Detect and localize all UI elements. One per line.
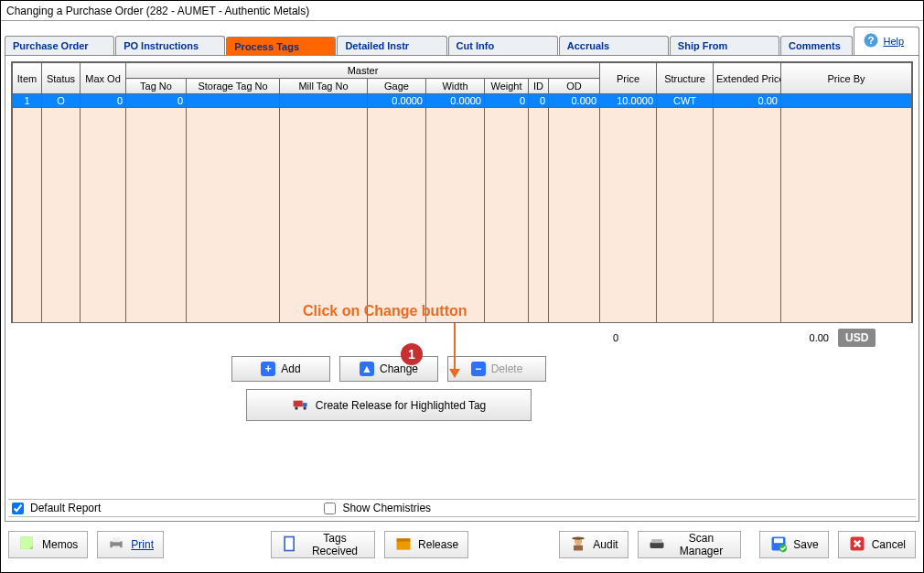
svg-rect-18 [651, 539, 662, 543]
window-title: Changing a Purchase Order (282 - AUMET -… [1, 1, 923, 21]
delete-label: Delete [491, 362, 523, 375]
help-icon: ? [862, 31, 880, 51]
cell-tagno: 0 [126, 94, 187, 108]
col-price[interactable]: Price [600, 63, 657, 94]
table-row[interactable]: 1 O 0 0 0.0000 0.0000 0 0 0.000 10.0000 … [13, 94, 912, 108]
tab-panel: Item Status Max Od Master Price Structur… [5, 55, 919, 522]
tags-received-button[interactable]: Tags Received [271, 531, 375, 558]
tab-ship-from[interactable]: Ship From [670, 36, 779, 55]
tab-detailed-instr[interactable]: Detailed Instr [337, 36, 446, 55]
release-button[interactable]: Release [384, 531, 468, 558]
detective-icon [569, 535, 587, 556]
cancel-button[interactable]: Cancel [838, 531, 916, 558]
truck-icon [292, 395, 310, 416]
cell-item: 1 [13, 94, 42, 108]
cancel-icon [848, 535, 866, 556]
col-maxod[interactable]: Max Od [81, 63, 126, 94]
svg-rect-3 [302, 403, 306, 406]
col-id[interactable]: ID [529, 79, 549, 94]
col-gage[interactable]: Gage [368, 79, 426, 94]
help-label: Help [883, 36, 904, 47]
release-button-row: Create Release for Highlighted Tag [0, 389, 913, 421]
scan-manager-button[interactable]: Scan Manager [638, 531, 742, 558]
scan-manager-label: Scan Manager [672, 532, 732, 557]
svg-rect-20 [774, 538, 783, 543]
add-button[interactable]: + Add [231, 356, 330, 382]
cell-width: 0.0000 [426, 94, 485, 108]
change-button[interactable]: ▲ Change [339, 356, 438, 382]
minus-icon: − [471, 362, 486, 376]
box-icon [394, 535, 413, 556]
show-chemistries-checkbox[interactable]: Show Chemistries [320, 500, 431, 517]
process-tags-grid[interactable]: Item Status Max Od Master Price Structur… [12, 62, 912, 323]
svg-rect-8 [113, 537, 120, 542]
note-icon [18, 535, 37, 556]
col-structure[interactable]: Structure [657, 63, 714, 94]
summary-ext-total: 0.00 [774, 332, 829, 343]
col-status[interactable]: Status [42, 63, 81, 94]
cell-id: 0 [529, 94, 549, 108]
audit-label: Audit [593, 538, 618, 551]
cell-priceby [781, 94, 912, 108]
col-millno[interactable]: Mill Tag No [280, 79, 368, 94]
cell-od: 0.000 [549, 94, 600, 108]
col-weight[interactable]: Weight [485, 79, 529, 94]
triangle-up-icon: ▲ [360, 362, 374, 376]
col-tagno[interactable]: Tag No [126, 79, 187, 94]
annotation-text: Click on Change button [303, 303, 467, 319]
save-icon [769, 535, 788, 556]
col-item[interactable]: Item [13, 63, 42, 94]
col-stgno[interactable]: Storage Tag No [187, 79, 280, 94]
audit-button[interactable]: Audit [559, 531, 628, 558]
tab-accruals[interactable]: Accruals [559, 36, 669, 55]
show-chemistries-label: Show Chemistries [342, 502, 431, 514]
svg-rect-2 [293, 401, 302, 407]
delete-button[interactable]: − Delete [447, 356, 546, 382]
tab-comments[interactable]: Comments [780, 36, 853, 55]
cell-extprice: 0.00 [714, 94, 781, 108]
default-report-checkbox[interactable]: Default Report [8, 500, 101, 517]
annotation-step-badge: 1 [401, 343, 423, 365]
svg-rect-15 [574, 545, 583, 550]
cancel-label: Cancel [872, 538, 906, 551]
options-row: Default Report Show Chemistries [8, 499, 916, 517]
print-label: Print [131, 538, 154, 551]
help-link[interactable]: ? Help [854, 27, 919, 55]
col-extprice[interactable]: Extended Price [714, 63, 781, 94]
cell-stgno [187, 94, 280, 108]
svg-rect-11 [285, 537, 293, 549]
tab-po-instructions[interactable]: PO Instructions [115, 36, 225, 55]
svg-point-16 [573, 536, 585, 539]
cell-maxod: 0 [81, 94, 126, 108]
tab-purchase-order[interactable]: Purchase Order [5, 36, 114, 55]
currency-badge: USD [838, 329, 876, 347]
save-label: Save [793, 538, 818, 551]
col-width[interactable]: Width [426, 79, 485, 94]
plus-icon: + [261, 362, 275, 376]
tab-process-tags[interactable]: Process Tags [226, 37, 336, 56]
create-release-label: Create Release for Highlighted Tag [316, 399, 487, 412]
svg-text:?: ? [868, 34, 875, 46]
cell-status: O [42, 94, 81, 108]
svg-rect-9 [113, 546, 120, 549]
memos-button[interactable]: Memos [8, 531, 88, 558]
col-od[interactable]: OD [549, 79, 600, 94]
document-icon [281, 535, 299, 556]
cell-structure: CWT [657, 94, 714, 108]
show-chemistries-input[interactable] [324, 503, 336, 514]
svg-rect-12 [397, 540, 411, 549]
summary-row: 0 0.00 USD [11, 327, 913, 349]
col-master[interactable]: Master [126, 63, 600, 79]
print-button[interactable]: Print [97, 531, 164, 558]
cell-weight: 0 [485, 94, 529, 108]
cell-gage: 0.0000 [368, 94, 426, 108]
save-button[interactable]: Save [759, 531, 828, 558]
create-release-button[interactable]: Create Release for Highlighted Tag [246, 389, 532, 421]
cell-millno [280, 94, 368, 108]
annotation-arrow-icon [454, 323, 456, 376]
tags-received-label: Tags Received [305, 532, 365, 557]
col-priceby[interactable]: Price By [781, 63, 912, 94]
grid-empty-area [13, 108, 912, 324]
tab-cut-info[interactable]: Cut Info [448, 36, 558, 55]
default-report-input[interactable] [12, 503, 24, 514]
